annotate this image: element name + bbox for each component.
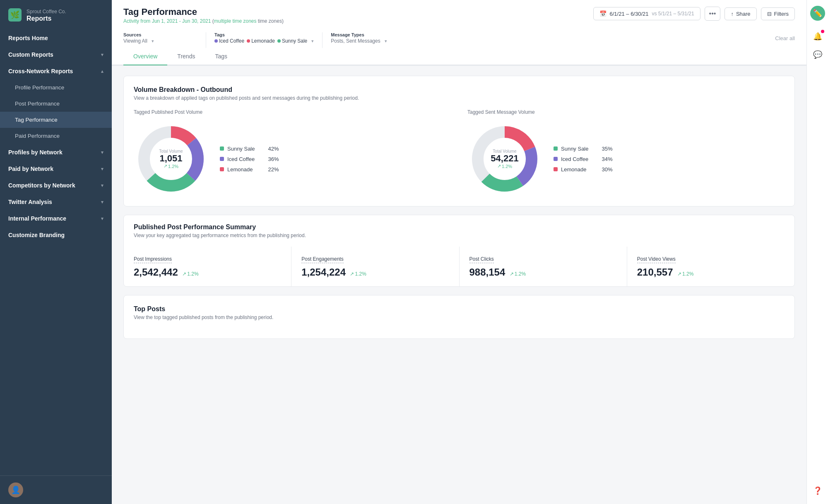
chevron-down-icon: ▾ xyxy=(101,150,104,155)
stat-impressions-value: 2,542,442 xyxy=(134,266,178,278)
filter-icon: ⊟ xyxy=(767,11,772,17)
sources-filter-label: Sources xyxy=(123,32,197,37)
chevron-down-icon: ▾ xyxy=(101,216,104,221)
tab-overview[interactable]: Overview xyxy=(123,48,167,65)
sidebar-item-post-performance[interactable]: Post Performance xyxy=(0,96,112,112)
message-types-value: Posts, Sent Messages ▾ xyxy=(331,38,405,44)
post-performance-title: Published Post Performance Summary xyxy=(134,223,785,231)
stat-engagements-change: ↗ 1.2% xyxy=(350,271,366,277)
legend-dot-iced-coffee xyxy=(220,157,224,161)
sidebar: 🌿 Sprout Coffee Co. Reports Reports Home… xyxy=(0,0,112,504)
stat-video-views-label: Post Video Views xyxy=(637,256,676,263)
stat-post-engagements: Post Engagements 1,254,224 ↗ 1.2% xyxy=(291,247,459,286)
published-post-chart: Tagged Published Post Volume xyxy=(134,109,451,196)
legend-dot-lemonade xyxy=(220,167,224,171)
top-posts-subtitle: View the top tagged published posts from… xyxy=(134,314,785,320)
arrow-up-icon: ↗ xyxy=(510,271,514,277)
sent-chart-label: Tagged Sent Message Volume xyxy=(467,109,785,115)
tag-dot xyxy=(247,39,250,43)
sent-change: ↗ 1.2% xyxy=(491,163,518,169)
date-range-button[interactable]: 📅 6/1/21 – 6/30/21 vs 5/1/21 – 5/31/21 xyxy=(593,7,700,20)
page-body: Volume Breakdown - Outbound View a break… xyxy=(112,66,806,349)
stat-post-clicks: Post Clicks 988,154 ↗ 1.2% xyxy=(460,247,627,286)
charts-row: Tagged Published Post Volume xyxy=(134,109,785,196)
volume-breakdown-card: Volume Breakdown - Outbound View a break… xyxy=(123,76,795,206)
tag-chip-iced-coffee: Iced Coffee xyxy=(214,38,244,44)
sent-chart-content: Total Volume 54,221 ↗ 1.2% xyxy=(467,122,785,196)
tags-filter-label: Tags xyxy=(214,32,314,37)
sent-total-value: 54,221 xyxy=(491,154,518,163)
sidebar-item-tag-performance[interactable]: Tag Performance xyxy=(0,112,112,128)
timezone-link[interactable]: multiple time zones xyxy=(214,18,257,24)
legend-dot-sunny-sale xyxy=(554,146,558,151)
chevron-down-icon: ▾ xyxy=(311,38,314,44)
tab-tags[interactable]: Tags xyxy=(205,48,237,65)
legend-item-iced-coffee-sent: Iced Coffee 34% xyxy=(554,156,613,162)
published-change: ↗ 1.2% xyxy=(159,163,183,169)
sidebar-item-paid-performance[interactable]: Paid Performance xyxy=(0,128,112,144)
chevron-down-icon: ▾ xyxy=(101,166,104,172)
stat-clicks-change: ↗ 1.2% xyxy=(510,271,526,277)
sidebar-item-custom-reports[interactable]: Custom Reports ▾ xyxy=(0,46,112,63)
chevron-down-icon: ▾ xyxy=(101,199,104,205)
header-actions: 📅 6/1/21 – 6/30/21 vs 5/1/21 – 5/31/21 •… xyxy=(593,7,795,21)
sidebar-item-customize-branding[interactable]: Customize Branding xyxy=(0,227,112,243)
stat-video-views-change: ↗ 1.2% xyxy=(677,271,693,277)
icon-rail: ✏️ 🔔 💬 ❓ xyxy=(806,0,828,504)
volume-breakdown-title: Volume Breakdown - Outbound xyxy=(134,86,785,94)
sidebar-item-competitors-by-network[interactable]: Competitors by Network ▾ xyxy=(0,177,112,194)
clear-all-button[interactable]: Clear all xyxy=(775,35,795,46)
messages-button[interactable]: 💬 xyxy=(810,47,825,62)
sent-donut-center: Total Volume 54,221 ↗ 1.2% xyxy=(491,149,518,169)
sidebar-item-internal-performance[interactable]: Internal Performance ▾ xyxy=(0,210,112,227)
sent-message-chart: Tagged Sent Message Volume xyxy=(467,109,785,196)
chevron-down-icon: ▾ xyxy=(385,38,387,44)
calendar-icon: 📅 xyxy=(599,10,607,17)
chevron-up-icon: ▴ xyxy=(101,69,104,74)
page-header: Tag Performance Activity from Jun 1, 202… xyxy=(112,0,806,66)
sidebar-item-reports-home[interactable]: Reports Home xyxy=(0,30,112,46)
sidebar-item-twitter-analysis[interactable]: Twitter Analysis ▾ xyxy=(0,194,112,210)
sidebar-item-profiles-by-network[interactable]: Profiles by Network ▾ xyxy=(0,144,112,161)
notification-badge xyxy=(821,30,824,33)
more-options-button[interactable]: ••• xyxy=(705,7,721,21)
tag-chip-sunny-sale: Sunny Sale xyxy=(277,38,307,44)
message-types-label: Message Types xyxy=(331,32,405,37)
stat-clicks-value: 988,154 xyxy=(469,266,505,278)
sidebar-bottom: 👤 xyxy=(0,475,112,504)
published-chart-label: Tagged Published Post Volume xyxy=(134,109,451,115)
volume-breakdown-subtitle: View a breakdown of applied tags on publ… xyxy=(134,95,785,101)
post-performance-subtitle: View your key aggregated tag performance… xyxy=(134,233,785,238)
share-button[interactable]: ↑ Share xyxy=(724,7,756,20)
post-performance-header: Published Post Performance Summary View … xyxy=(124,215,794,238)
help-button[interactable]: ❓ xyxy=(810,483,825,498)
legend-dot-iced-coffee xyxy=(554,157,558,161)
published-donut-center: Total Volume 1,051 ↗ 1.2% xyxy=(159,149,183,169)
avatar[interactable]: 👤 xyxy=(8,482,23,497)
compose-button[interactable]: ✏️ xyxy=(810,6,825,21)
notifications-button[interactable]: 🔔 xyxy=(810,29,825,44)
stat-engagements-value: 1,254,224 xyxy=(301,266,346,278)
sources-filter[interactable]: Sources Viewing All ▾ xyxy=(123,32,206,48)
message-types-filter[interactable]: Message Types Posts, Sent Messages ▾ xyxy=(331,32,414,48)
arrow-up-icon: ↗ xyxy=(497,163,501,169)
stat-post-impressions: Post Impressions 2,542,442 ↗ 1.2% xyxy=(124,247,291,286)
legend-item-lemonade: Lemonade 22% xyxy=(220,166,279,173)
arrow-up-icon: ↗ xyxy=(677,271,681,277)
published-chart-content: Total Volume 1,051 ↗ 1.2% xyxy=(134,122,451,196)
tag-dot xyxy=(277,39,281,43)
tag-dot xyxy=(214,39,218,43)
tab-trends[interactable]: Trends xyxy=(167,48,205,65)
sidebar-item-cross-network[interactable]: Cross-Network Reports ▴ xyxy=(0,63,112,79)
sidebar-item-paid-by-network[interactable]: Paid by Network ▾ xyxy=(0,161,112,177)
filters-button[interactable]: ⊟ Filters xyxy=(761,7,795,20)
post-performance-card: Published Post Performance Summary View … xyxy=(123,215,795,287)
sidebar-item-profile-performance[interactable]: Profile Performance xyxy=(0,79,112,96)
legend-dot-lemonade xyxy=(554,167,558,171)
filters-bar: Sources Viewing All ▾ Tags Iced Coffee L… xyxy=(123,28,795,48)
tag-chip-lemonade: Lemonade xyxy=(247,38,275,44)
stat-post-video-views: Post Video Views 210,557 ↗ 1.2% xyxy=(627,247,794,286)
tags-filter[interactable]: Tags Iced Coffee Lemonade Sunny Sale ▾ xyxy=(214,32,323,48)
page-subtitle: Activity from Jun 1, 2021 - Jun 30, 2021… xyxy=(123,18,284,24)
stat-video-views-value: 210,557 xyxy=(637,266,673,278)
